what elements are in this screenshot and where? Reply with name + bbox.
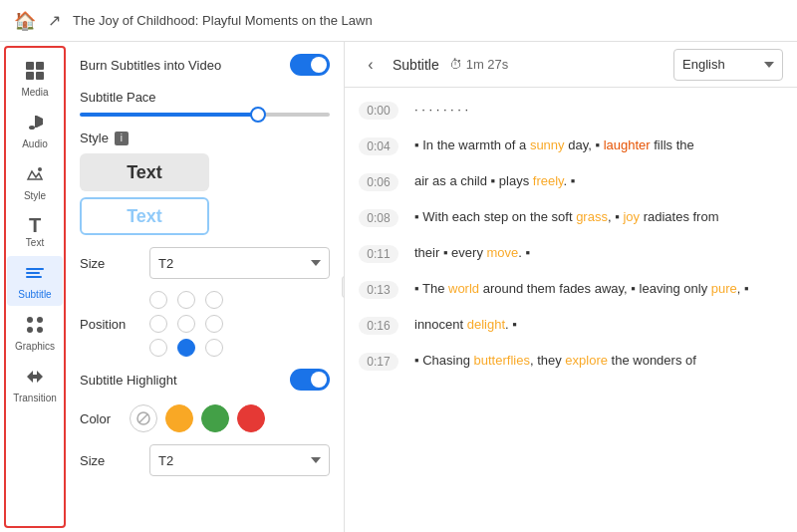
share-icon[interactable]: ↗ [48,11,61,30]
style-normal-text: Text [127,162,162,183]
subtitle-text-2: air as a child ▪ plays freely. ▪ [414,171,783,195]
color-swatch-none[interactable] [130,404,157,432]
color-row: Color [80,404,330,432]
pos-dot-3[interactable] [149,315,167,333]
pos-dot-5[interactable] [205,315,223,333]
subtitle-pace-section: Subtitle Pace [80,90,330,117]
no-color-icon [136,411,150,425]
subtitle-time-3: 0:08 [359,209,398,227]
subtitle-text-1: ▪ In the warmth of a sunny day, ▪ laught… [414,135,783,159]
style-outline-text: Text [127,206,162,227]
pos-dot-6[interactable] [149,339,167,357]
pos-dot-8[interactable] [205,339,223,357]
size2-row: Size T2 T1 T3 [80,444,330,476]
subtitle-item-6[interactable]: 0:16innocent delight. ▪ [345,309,797,345]
subtitle-text-5: ▪ The world around them fades away, ▪ le… [414,279,783,303]
svg-rect-8 [26,272,40,274]
subtitle-text-4: their ▪ every move. ▪ [414,243,783,267]
sidebar-item-text[interactable]: T Text [7,209,63,254]
svg-rect-1 [36,62,44,70]
subtitle-item-5[interactable]: 0:13▪ The world around them fades away, … [345,273,797,309]
subtitle-icon [24,262,46,287]
style-section: Style i Text Text [80,131,330,235]
subtitle-time-5: 0:13 [359,281,398,299]
style-outline-button[interactable]: Text [80,197,209,235]
svg-point-10 [27,317,33,323]
size2-select[interactable]: T2 T1 T3 [149,444,330,476]
subtitle-duration: 1m 27s [466,57,509,72]
pos-dot-2[interactable] [205,291,223,309]
style-label: Style [80,131,109,145]
text-icon: T [29,215,41,235]
subtitle-pace-track[interactable] [80,113,330,117]
subtitle-panel-label: Subtitle [393,57,439,73]
style-icon [24,163,46,188]
svg-point-13 [37,327,43,333]
burn-subtitles-toggle[interactable] [290,54,330,76]
size2-label: Size [80,453,149,468]
subtitle-time-2: 0:06 [359,173,398,191]
svg-point-11 [37,317,43,323]
collapse-arrow[interactable]: › [342,276,345,298]
size-select[interactable]: T2 T1 T3 [149,247,330,279]
svg-rect-2 [26,72,34,80]
subtitle-time-1: 0:04 [359,137,398,155]
transition-label: Transition [13,393,57,403]
subtitle-item-2[interactable]: 0:06air as a child ▪ plays freely. ▪ [345,165,797,201]
toggle-knob [311,57,327,73]
size-label: Size [80,256,149,271]
pos-dot-0[interactable] [149,291,167,309]
language-select[interactable]: English Spanish French German [673,49,783,81]
position-label: Position [80,317,149,332]
position-row: Position [80,291,330,357]
style-normal-button[interactable]: Text [80,153,209,191]
subtitle-item-1[interactable]: 0:04▪ In the warmth of a sunny day, ▪ la… [345,130,797,165]
sidebar-item-audio[interactable]: Audio [7,106,63,155]
subtitle-highlight-row: Subtitle Highlight [80,369,330,391]
svg-rect-0 [26,62,34,70]
subtitle-highlight-label: Subtitle Highlight [80,373,177,388]
color-swatch-yellow[interactable] [165,404,193,432]
pos-dot-4[interactable] [177,315,195,333]
subtitle-item-7[interactable]: 0:17▪ Chasing butterflies, they explore … [345,345,797,381]
svg-line-15 [139,414,147,422]
size-row: Size T2 T1 T3 [80,247,330,279]
pos-dot-1[interactable] [177,291,195,309]
home-icon[interactable]: 🏠 [14,10,36,32]
topbar: 🏠 ↗ The Joy of Childhood: Playful Moment… [0,0,797,42]
svg-rect-3 [36,72,44,80]
color-label: Color [80,411,130,426]
burn-subtitles-row: Burn Subtitles into Video [80,54,330,76]
color-swatch-green[interactable] [201,404,229,432]
subtitle-label: Subtitle [18,289,51,300]
subtitle-time: ⏱ 1m 27s [449,57,509,72]
subtitle-item-4[interactable]: 0:11their ▪ every move. ▪ [345,237,797,273]
sidebar-item-subtitle[interactable]: Subtitle [7,256,63,306]
subtitle-time-7: 0:17 [359,353,398,371]
middle-panel: Burn Subtitles into Video Subtitle Pace … [66,42,345,532]
svg-point-12 [27,327,33,333]
subtitle-text-7: ▪ Chasing butterflies, they explore the … [414,351,783,375]
svg-rect-7 [26,268,44,270]
toggle-knob-2 [311,372,327,388]
subtitle-item-0[interactable]: 0:00· · · · · · · · [345,94,797,130]
pos-dot-7[interactable] [177,339,195,357]
sidebar-item-transition[interactable]: Transition [7,360,63,409]
color-swatch-red[interactable] [237,404,265,432]
right-panel: ‹ Subtitle ⏱ 1m 27s English Spanish Fren… [345,42,797,532]
media-label: Media [21,87,48,98]
sidebar-item-graphics[interactable]: Graphics [7,308,63,358]
position-grid [149,291,227,357]
sidebar-item-style[interactable]: Style [7,157,63,207]
subtitle-time-0: 0:00 [359,102,398,120]
subtitle-highlight-toggle[interactable] [290,369,330,391]
back-button[interactable]: ‹ [359,53,383,77]
burn-subtitles-label: Burn Subtitles into Video [80,58,221,73]
subtitle-text-6: innocent delight. ▪ [414,315,783,339]
subtitle-pace-thumb[interactable] [250,107,266,123]
subtitle-time-4: 0:11 [359,245,398,263]
subtitle-pace-label: Subtitle Pace [80,90,330,105]
svg-point-4 [29,126,35,130]
subtitle-item-3[interactable]: 0:08▪ With each step on the soft grass, … [345,201,797,237]
sidebar-item-media[interactable]: Media [7,54,63,104]
